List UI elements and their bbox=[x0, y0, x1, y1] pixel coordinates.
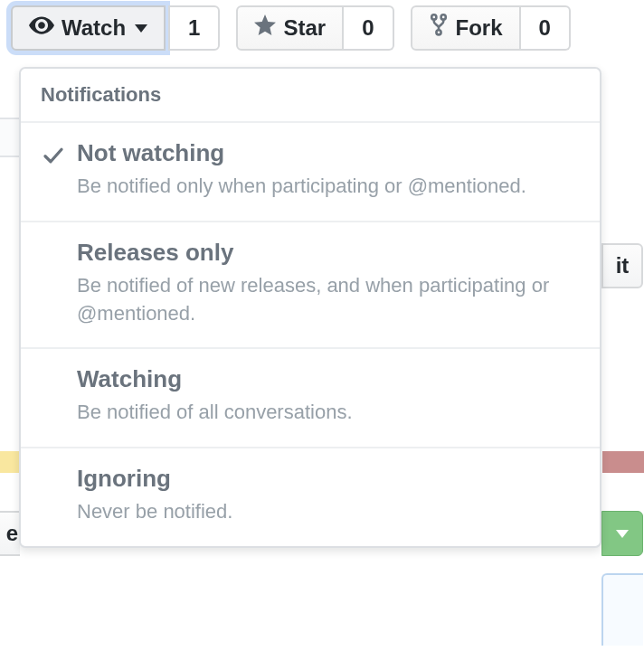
check-placeholder bbox=[41, 239, 66, 328]
partial-yellow-bar bbox=[0, 451, 20, 473]
watch-label: Watch bbox=[62, 15, 126, 41]
partial-blue-box bbox=[601, 573, 643, 646]
option-not-watching[interactable]: Not watching Be notified only when parti… bbox=[21, 123, 600, 222]
option-body: Watching Be notified of all conversation… bbox=[77, 365, 580, 427]
watch-button-group: Watch 1 bbox=[11, 5, 220, 51]
partial-green-button[interactable] bbox=[601, 511, 643, 556]
option-body: Not watching Be notified only when parti… bbox=[77, 139, 580, 201]
watch-button[interactable]: Watch bbox=[11, 5, 166, 51]
option-title: Releases only bbox=[77, 239, 580, 267]
option-body: Ignoring Never be notified. bbox=[77, 465, 580, 526]
option-title: Ignoring bbox=[77, 465, 580, 493]
dropdown-caret-icon bbox=[135, 24, 147, 33]
partial-box-left bbox=[0, 118, 20, 157]
fork-button-group: Fork 0 bbox=[411, 5, 571, 51]
partial-button-it[interactable]: it bbox=[601, 243, 643, 288]
check-placeholder bbox=[41, 465, 66, 526]
option-desc: Be notified of all conversations. bbox=[77, 399, 580, 427]
svg-point-0 bbox=[431, 14, 436, 19]
svg-point-2 bbox=[436, 30, 440, 34]
option-desc: Be notified of new releases, and when pa… bbox=[77, 272, 580, 328]
option-title: Not watching bbox=[77, 139, 580, 167]
star-label: Star bbox=[283, 15, 326, 41]
option-body: Releases only Be notified of new release… bbox=[77, 239, 580, 328]
check-placeholder bbox=[41, 365, 66, 427]
option-desc: Be notified only when participating or @… bbox=[77, 173, 580, 201]
check-icon bbox=[41, 139, 66, 201]
notifications-dropdown: Notifications Not watching Be notified o… bbox=[19, 67, 601, 548]
star-count[interactable]: 0 bbox=[344, 5, 393, 51]
option-title: Watching bbox=[77, 365, 580, 393]
fork-button[interactable]: Fork bbox=[411, 5, 521, 51]
dropdown-header: Notifications bbox=[21, 69, 600, 123]
fork-icon bbox=[429, 14, 449, 42]
star-button-group: Star 0 bbox=[236, 5, 393, 51]
star-icon bbox=[254, 14, 276, 42]
option-ignoring[interactable]: Ignoring Never be notified. bbox=[21, 448, 600, 546]
fork-count[interactable]: 0 bbox=[521, 5, 571, 51]
svg-point-1 bbox=[440, 14, 445, 19]
eye-icon bbox=[29, 13, 54, 43]
caret-down-icon bbox=[616, 530, 629, 538]
watch-count[interactable]: 1 bbox=[168, 5, 220, 51]
star-button[interactable]: Star bbox=[236, 5, 344, 51]
fork-label: Fork bbox=[456, 15, 503, 41]
option-releases-only[interactable]: Releases only Be notified of new release… bbox=[21, 222, 600, 350]
partial-button-e[interactable]: e bbox=[0, 511, 20, 556]
option-watching[interactable]: Watching Be notified of all conversation… bbox=[21, 349, 600, 448]
partial-red-bar bbox=[602, 451, 644, 473]
repo-actions-toolbar: Watch 1 Star 0 Fork 0 bbox=[0, 0, 644, 51]
option-desc: Never be notified. bbox=[77, 498, 580, 526]
